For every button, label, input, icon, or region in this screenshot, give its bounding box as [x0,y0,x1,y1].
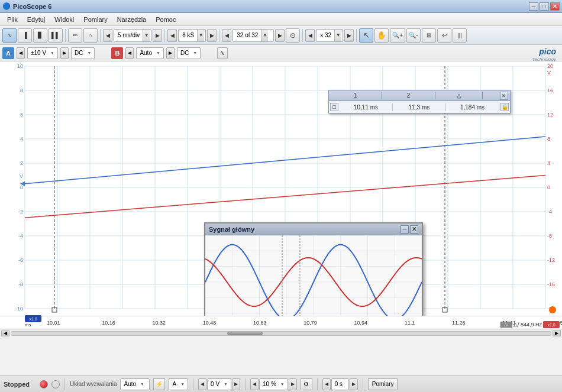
channel-b-coupling-arrow[interactable]: ▼ [191,51,199,55]
pan-tool[interactable]: ✋ [374,28,389,43]
status-led-blue[interactable] [51,380,60,388]
menu-pomiary[interactable]: Pomiary [79,15,112,24]
sep5 [363,378,363,390]
signal-popup-close[interactable]: ✕ [410,225,418,234]
channel-a-voltage[interactable]: ±10 V ▼ [27,47,58,59]
ruler-col2-header: 2 [382,92,435,99]
channel-b-voltage-arrow[interactable]: ▼ [154,51,162,55]
timebase-dropdown[interactable]: 5 ms/div ▼ [114,29,151,42]
signal-popup-minimize[interactable]: ─ [400,225,409,234]
ruler-delta-header: △ [435,92,483,99]
channel-a-coupling[interactable]: DC ▼ [71,47,95,59]
capture-circle[interactable]: ⊙ [286,28,300,43]
channel-b-nav-prev[interactable]: ◀ [125,47,134,59]
measurements-button[interactable]: Pomiary [368,378,398,390]
trigger-settings-icon[interactable]: ⚙ [301,378,312,390]
ruler-close-button[interactable]: ✕ [500,92,508,100]
signal-sine-button[interactable]: ∿ [2,28,17,43]
time-control: ◀ 0 s ▶ [322,378,358,390]
separator1 [65,29,66,42]
zoom-out-tool[interactable]: 🔍- [406,28,421,43]
signal-popup-title-text: Sygnał główny [209,226,254,233]
maximize-button[interactable]: □ [540,2,549,11]
channel-b-coupling[interactable]: DC ▼ [177,47,201,59]
channel-a-coupling-arrow[interactable]: ▼ [85,51,93,55]
voltage-dropdown[interactable]: 0 V ▼ [207,378,231,390]
trigger-val: Auto [122,381,138,387]
menu-widoki[interactable]: Widoki [50,15,79,24]
zoom-next[interactable]: ▶ [344,29,354,42]
trigger-icon-button[interactable]: ⚡ [153,378,165,390]
status-led-red[interactable] [40,380,48,388]
menu-pomoc[interactable]: Pomoc [151,15,180,24]
channel-b-voltage[interactable]: Auto ▼ [136,47,164,59]
menu-edytuj[interactable]: Edytuj [22,15,50,24]
samples-dropdown[interactable]: 8 kS ▼ [178,29,206,42]
sep3 [245,378,246,390]
zoom-badge-left: x1,0 [25,315,41,322]
zoom-prev[interactable]: ◀ [305,29,315,42]
sep2 [193,378,193,390]
time-prev[interactable]: ◀ [322,378,331,390]
zoom-dropdown[interactable]: x 32 ▼ [316,29,343,42]
ruler-popup: 1 2 △ ✕ □ 10,11 ms 11,3 ms 1,184 ms 🔒 [328,90,511,114]
zoom-arrow[interactable]: ▼ [334,30,341,41]
time-axis: 10,01 10,16 10,32 10,48 10,63 10,79 10,9… [0,316,562,329]
trigger-dropdown[interactable]: Auto ▼ [120,378,150,390]
samples-prev[interactable]: ◀ [167,29,177,42]
house-button[interactable]: ⌂ [83,28,98,43]
math-button[interactable]: ∿ [217,47,228,59]
zoom-fit-tool[interactable]: ⊞ [422,28,436,43]
percent-dropdown[interactable]: 10 % ▼ [259,378,288,390]
menu-plik[interactable]: Plik [2,15,22,24]
channel-select[interactable]: A ▼ [169,378,188,390]
voltage-prev[interactable]: ◀ [198,378,206,390]
scrollbar-track[interactable] [11,331,551,336]
capture-value: 32 of 32 [234,32,260,38]
channel-b-nav-next[interactable]: ▶ [166,47,175,59]
minimize-button[interactable]: ─ [529,2,538,11]
ruler-header: 1 2 △ ✕ [329,90,510,101]
voltage-next[interactable]: ▶ [232,378,240,390]
window-controls: ─ □ ✕ [529,2,560,11]
capture-dropdown[interactable]: 32 of 32 ▼ [232,29,274,42]
samples-next[interactable]: ▶ [207,29,217,42]
channel-b-label[interactable]: B [111,47,123,59]
undo-button[interactable]: ↩ [437,28,451,43]
close-button[interactable]: ✕ [550,2,560,11]
capture-prev[interactable]: ◀ [222,29,231,42]
pencil-button[interactable]: ✏ [68,28,82,43]
samples-arrow[interactable]: ▼ [197,30,204,41]
timebase-arrow[interactable]: ▼ [143,30,150,41]
scrollbar-left[interactable]: ◀ [1,331,9,336]
time-next[interactable]: ▶ [350,378,358,390]
signal-bar3-button[interactable]: ▌▌ [49,28,63,43]
capture-arrow[interactable]: ▼ [261,30,268,41]
signal-bar-button[interactable]: ▐ [18,28,32,43]
channel-a-voltage-arrow[interactable]: ▼ [49,51,56,55]
signal-bar2-button[interactable]: ▊ [33,28,47,43]
capture-next[interactable]: ▶ [275,29,285,42]
channel-a-nav-prev[interactable]: ◀ [17,47,25,59]
app-icon: 🔵 [2,2,11,10]
cursor-tool[interactable]: ↖ [359,28,373,43]
menu-narzedzia[interactable]: Narzędzia [112,15,151,24]
percent-next[interactable]: ▶ [289,378,297,390]
channel-a-nav-next[interactable]: ▶ [60,47,69,59]
percent-prev[interactable]: ◀ [250,378,259,390]
ruler-lock2-icon[interactable]: 🔒 [500,103,509,111]
channel-a-label[interactable]: A [2,47,14,59]
time-dropdown[interactable]: 0 s [331,378,349,390]
separator2 [100,29,101,42]
zoom-in-tool[interactable]: 🔍+ [390,28,405,43]
channel-b-voltage-value: Auto [138,50,154,56]
trigger-arrow[interactable]: ▼ [138,382,146,386]
extra-button[interactable]: ||| [453,28,467,43]
timebase-next[interactable]: ▶ [153,29,162,42]
ruler-lock-icon[interactable]: □ [330,103,338,111]
scrollbar-right[interactable]: ▶ [553,331,561,336]
scrollbar-thumb[interactable] [227,332,263,335]
timebase-prev[interactable]: ◀ [103,29,112,42]
sep4 [317,378,318,390]
channel-b-coupling-value: DC [179,50,190,56]
